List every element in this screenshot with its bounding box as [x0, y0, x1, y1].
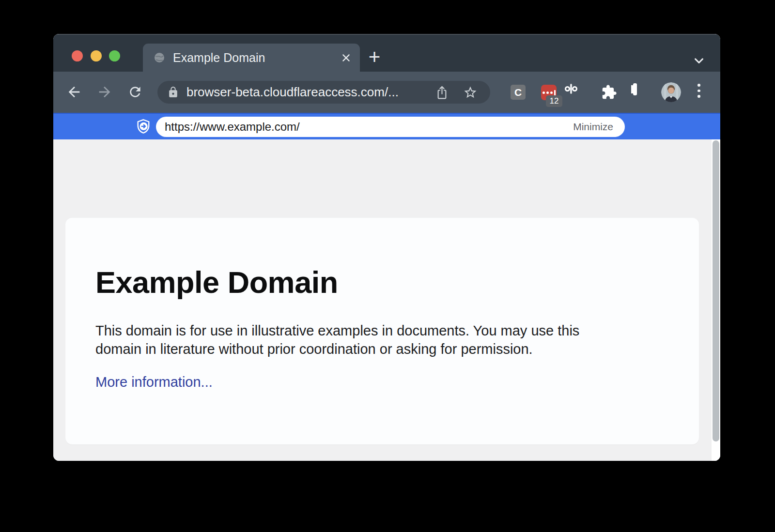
address-bar[interactable]: browser-beta.cloudflareaccess.com/... [157, 81, 490, 104]
minimize-window-button[interactable] [91, 50, 102, 61]
extensions-puzzle-icon[interactable] [601, 84, 617, 100]
reload-icon[interactable] [125, 82, 145, 102]
minimize-button[interactable]: Minimize [573, 121, 613, 133]
isolation-bar: https://www.example.com/ Minimize [53, 113, 720, 139]
example-domain-card: Example Domain This domain is for use in… [65, 218, 699, 444]
browser-toolbar: browser-beta.cloudflareaccess.com/... C … [53, 72, 720, 113]
tab-example-domain[interactable]: Example Domain [143, 44, 360, 72]
page-title: Example Domain [95, 265, 338, 300]
isolation-url: https://www.example.com/ [165, 120, 573, 134]
tab-strip: Example Domain + [53, 34, 720, 72]
zoom-window-button[interactable] [109, 50, 120, 61]
page-viewport: Example Domain This domain is for use in… [53, 139, 720, 461]
tab-title: Example Domain [173, 51, 341, 65]
scrollbar-thumb[interactable] [713, 140, 719, 441]
tab-close-icon[interactable] [341, 53, 351, 63]
forward-icon[interactable] [95, 82, 114, 102]
extension-c-icon[interactable]: C [511, 85, 526, 100]
close-window-button[interactable] [72, 50, 83, 61]
browser-window: Example Domain + [53, 34, 720, 461]
side-panel-icon[interactable] [633, 83, 637, 95]
globe-favicon-icon [154, 52, 165, 63]
address-bar-url: browser-beta.cloudflareaccess.com/... [186, 85, 435, 100]
isolation-shield-icon [135, 118, 152, 136]
page-body-line2: domain in literature without prior coord… [95, 341, 533, 357]
page-body-line1: This domain is for use in illustrative e… [95, 323, 579, 338]
bookmark-star-icon[interactable] [463, 85, 478, 100]
profile-avatar[interactable] [661, 82, 681, 102]
page-body: This domain is for use in illustrative e… [95, 321, 657, 358]
camera-extension-icon[interactable] [570, 84, 572, 94]
new-tab-button[interactable]: + [366, 49, 383, 67]
password-manager-badge: 12 [546, 95, 562, 107]
share-icon[interactable] [435, 85, 449, 100]
chevron-down-icon[interactable] [692, 53, 706, 68]
more-information-link[interactable]: More information... [95, 374, 213, 390]
lock-icon[interactable] [167, 86, 179, 98]
back-icon[interactable] [64, 82, 84, 102]
isolation-url-bar[interactable]: https://www.example.com/ Minimize [156, 117, 625, 137]
kebab-menu-icon[interactable] [698, 84, 700, 98]
